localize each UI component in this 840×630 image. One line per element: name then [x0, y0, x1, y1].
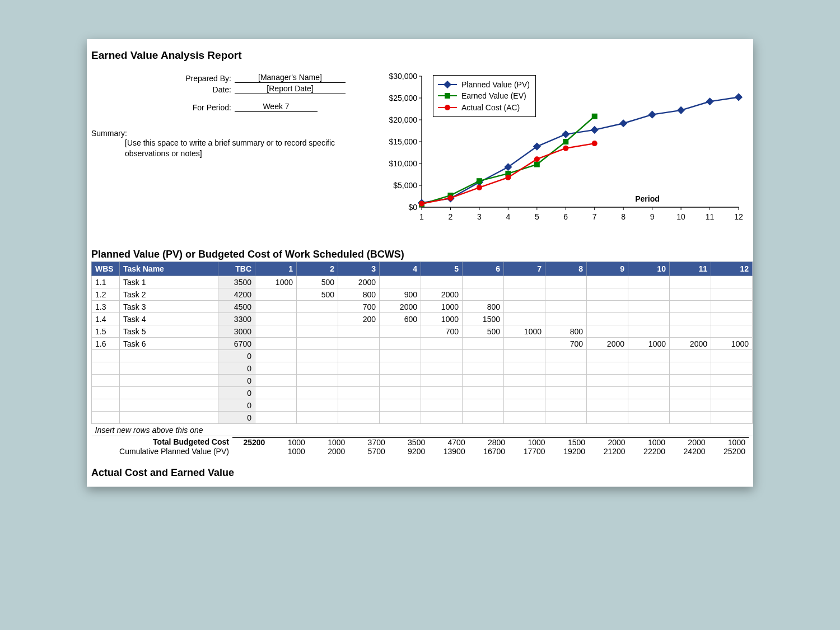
table-row[interactable]: 1.2Task 242005008009002000 — [92, 288, 753, 301]
svg-rect-58 — [563, 139, 568, 144]
prepared-by-label: Prepared By: — [91, 74, 235, 83]
col-period: 4 — [380, 262, 421, 276]
svg-rect-51 — [706, 97, 713, 105]
svg-text:$25,000: $25,000 — [389, 94, 417, 102]
svg-text:$15,000: $15,000 — [389, 137, 417, 146]
report-title: Earned Value Analysis Report — [91, 49, 749, 62]
header-form: Prepared By: [Manager's Name] Date: [Rep… — [91, 72, 371, 234]
svg-rect-49 — [648, 111, 656, 119]
svg-text:10: 10 — [676, 212, 685, 221]
pv-section-title: Planned Value (PV) or Budgeted Cost of W… — [91, 249, 749, 260]
col-wbs: WBS — [92, 262, 120, 276]
table-row[interactable]: 1.1Task 1350010005002000 — [92, 276, 753, 288]
table-row[interactable]: 0 — [92, 362, 753, 375]
period-label: For Period: — [91, 103, 235, 112]
svg-rect-47 — [591, 126, 599, 134]
chart-legend: Planned Value (PV) Earned Value (EV) Act… — [433, 75, 536, 117]
col-period: 6 — [463, 262, 504, 276]
svg-text:6: 6 — [563, 212, 568, 221]
svg-point-62 — [477, 185, 482, 190]
svg-rect-52 — [735, 93, 743, 101]
svg-rect-48 — [619, 119, 627, 127]
pv-totals: Total Budgeted Cost252001000100037003500… — [91, 437, 749, 456]
svg-text:8: 8 — [621, 212, 626, 221]
svg-text:12: 12 — [734, 212, 743, 221]
table-row[interactable]: 0 — [92, 412, 753, 424]
table-row[interactable]: 1.4Task 4330020060010001500 — [92, 313, 753, 325]
date-label: Date: — [91, 85, 235, 94]
svg-point-65 — [563, 146, 568, 151]
table-row[interactable]: 0 — [92, 387, 753, 399]
svg-text:1: 1 — [419, 212, 424, 221]
col-period: 8 — [545, 262, 587, 276]
table-row[interactable]: 1.6Task 667007002000100020001000 — [92, 338, 753, 350]
ac-section-title: Actual Cost and Earned Value — [91, 467, 749, 479]
col-task: Task Name — [120, 262, 218, 276]
svg-text:$5,000: $5,000 — [393, 181, 417, 190]
svg-text:7: 7 — [592, 212, 597, 221]
svg-text:3: 3 — [477, 212, 482, 221]
col-period: 1 — [255, 262, 297, 276]
svg-rect-55 — [477, 178, 482, 184]
svg-text:2: 2 — [449, 212, 453, 221]
col-period: 3 — [338, 262, 380, 276]
svg-rect-50 — [677, 106, 685, 114]
col-period: 7 — [504, 262, 545, 276]
col-period: 2 — [297, 262, 338, 276]
legend-ac: Actual Cost (AC) — [461, 102, 520, 113]
svg-text:$20,000: $20,000 — [389, 115, 417, 124]
col-period: 12 — [711, 262, 753, 276]
svg-text:$30,000: $30,000 — [389, 72, 417, 81]
table-row[interactable]: 0 — [92, 350, 753, 362]
table-row[interactable]: 1.5Task 530007005001000800 — [92, 325, 753, 338]
col-period: 11 — [670, 262, 711, 276]
legend-pv: Planned Value (PV) — [461, 79, 530, 90]
summary-label: Summary: — [91, 129, 371, 138]
svg-text:$0: $0 — [408, 203, 417, 212]
spreadsheet-sheet: Earned Value Analysis Report Prepared By… — [87, 39, 753, 487]
summary-text[interactable]: [Use this space to write a brief summary… — [125, 138, 360, 159]
pv-table[interactable]: WBSTask NameTBC123456789101112 1.1Task 1… — [91, 262, 753, 436]
ev-chart: $0$5,000$10,000$15,000$20,000$25,000$30,… — [377, 72, 746, 234]
svg-text:9: 9 — [650, 212, 655, 221]
table-row[interactable]: 1.3Task 3450070020001000800 — [92, 301, 753, 313]
svg-text:11: 11 — [706, 212, 715, 221]
svg-text:4: 4 — [506, 212, 510, 221]
period-value[interactable]: Week 7 — [235, 102, 318, 112]
svg-point-60 — [419, 201, 424, 207]
col-period: 5 — [421, 262, 463, 276]
svg-text:5: 5 — [535, 212, 539, 221]
svg-rect-57 — [534, 162, 540, 167]
date-value[interactable]: [Report Date] — [235, 84, 346, 94]
prepared-by-value[interactable]: [Manager's Name] — [235, 73, 346, 83]
legend-ev: Earned Value (EV) — [461, 90, 526, 101]
svg-rect-59 — [592, 114, 598, 119]
col-period: 10 — [628, 262, 670, 276]
svg-rect-46 — [562, 130, 570, 138]
col-tbc: TBC — [218, 262, 255, 276]
insert-note: Insert new rows above this one — [92, 424, 753, 436]
svg-point-63 — [505, 175, 511, 180]
svg-text:Period: Period — [635, 194, 660, 203]
table-row[interactable]: 0 — [92, 399, 753, 412]
svg-point-61 — [447, 195, 453, 201]
svg-point-66 — [592, 141, 598, 146]
svg-point-64 — [534, 156, 540, 162]
table-row[interactable]: 0 — [92, 375, 753, 387]
svg-text:$10,000: $10,000 — [389, 159, 417, 168]
col-period: 9 — [587, 262, 628, 276]
